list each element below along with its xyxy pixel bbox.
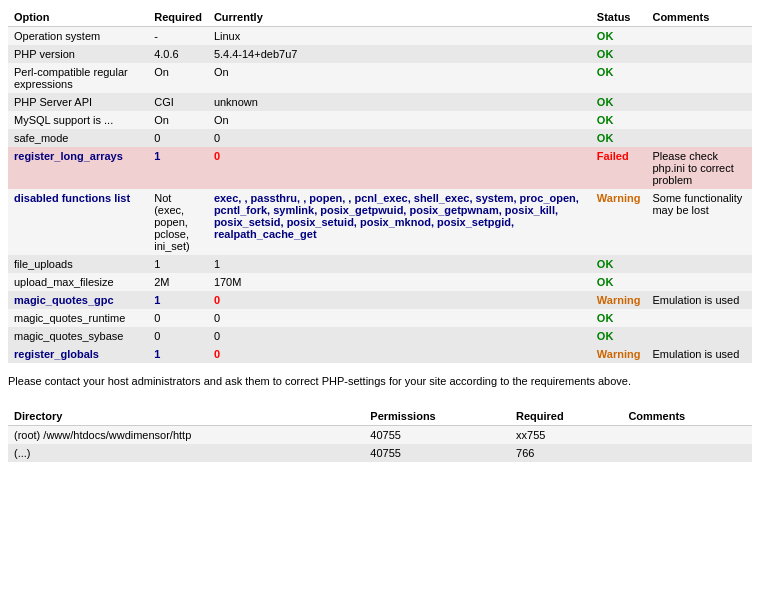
table-row: magic_quotes_gpc10WarningEmulation is us… (8, 291, 752, 309)
cell-currently: Linux (208, 27, 591, 46)
cell-required: On (148, 111, 208, 129)
cell-directory: (root) /www/htdocs/wwdimensor/http (8, 426, 364, 445)
cell-comments (646, 255, 752, 273)
cell-comments (646, 27, 752, 46)
table-row: upload_max_filesize2M170MOK (8, 273, 752, 291)
dir-col-comments: Comments (622, 407, 752, 426)
cell-dir-comments (622, 444, 752, 462)
cell-required: On (148, 63, 208, 93)
cell-option: PHP version (8, 45, 148, 63)
cell-option: file_uploads (8, 255, 148, 273)
cell-status: OK (591, 129, 647, 147)
cell-option: Perl-compatible regular expressions (8, 63, 148, 93)
cell-directory: (...) (8, 444, 364, 462)
cell-status: OK (591, 327, 647, 345)
cell-comments (646, 111, 752, 129)
cell-currently: On (208, 63, 591, 93)
cell-required: 1 (148, 345, 208, 363)
cell-required: 1 (148, 147, 208, 189)
cell-option: Operation system (8, 27, 148, 46)
cell-permissions: 40755 (364, 426, 510, 445)
cell-required: 4.0.6 (148, 45, 208, 63)
notice-text: Please contact your host administrators … (8, 375, 752, 387)
cell-comments (646, 309, 752, 327)
cell-status: Warning (591, 291, 647, 309)
cell-comments: Emulation is used (646, 291, 752, 309)
col-header-status: Status (591, 8, 647, 27)
cell-required: Not(exec,popen,pclose,ini_set) (148, 189, 208, 255)
cell-required: - (148, 27, 208, 46)
cell-option: magic_quotes_gpc (8, 291, 148, 309)
table-row: magic_quotes_sybase00OK (8, 327, 752, 345)
cell-status: OK (591, 255, 647, 273)
dir-col-required: Required (510, 407, 622, 426)
cell-dir-required: xx755 (510, 426, 622, 445)
cell-currently: 170M (208, 273, 591, 291)
cell-comments: Emulation is used (646, 345, 752, 363)
cell-dir-comments (622, 426, 752, 445)
cell-currently: 0 (208, 309, 591, 327)
table-row: MySQL support is ...OnOnOK (8, 111, 752, 129)
cell-comments: Please check php.ini to correct problem (646, 147, 752, 189)
dir-col-directory: Directory (8, 407, 364, 426)
cell-comments (646, 63, 752, 93)
cell-currently: 0 (208, 345, 591, 363)
cell-required: 2M (148, 273, 208, 291)
cell-comments (646, 45, 752, 63)
cell-permissions: 40755 (364, 444, 510, 462)
table-row: file_uploads11OK (8, 255, 752, 273)
cell-comments (646, 93, 752, 111)
cell-currently: On (208, 111, 591, 129)
cell-option: magic_quotes_sybase (8, 327, 148, 345)
cell-status: Warning (591, 345, 647, 363)
dir-table-row: (...)40755766 (8, 444, 752, 462)
cell-currently: 1 (208, 255, 591, 273)
table-row: Perl-compatible regular expressionsOnOnO… (8, 63, 752, 93)
required-text: Not(exec,popen,pclose,ini_set) (154, 192, 189, 252)
cell-required: CGI (148, 93, 208, 111)
cell-option: MySQL support is ... (8, 111, 148, 129)
table-row: PHP version4.0.65.4.4-14+deb7u7OK (8, 45, 752, 63)
cell-status: OK (591, 111, 647, 129)
cell-currently: exec, , passthru, , popen, , pcnl_exec, … (208, 189, 591, 255)
cell-currently: unknown (208, 93, 591, 111)
dir-col-permissions: Permissions (364, 407, 510, 426)
cell-comments (646, 129, 752, 147)
cell-status: OK (591, 93, 647, 111)
cell-status: Warning (591, 189, 647, 255)
table-row: Operation system-LinuxOK (8, 27, 752, 46)
cell-status: OK (591, 27, 647, 46)
cell-required: 0 (148, 129, 208, 147)
cell-status: OK (591, 63, 647, 93)
cell-comments (646, 327, 752, 345)
table-row: register_long_arrays10FailedPlease check… (8, 147, 752, 189)
cell-required: 0 (148, 309, 208, 327)
cell-option: PHP Server API (8, 93, 148, 111)
cell-status: Failed (591, 147, 647, 189)
cell-option: disabled functions list (8, 189, 148, 255)
col-header-option: Option (8, 8, 148, 27)
table-row: disabled functions listNot(exec,popen,pc… (8, 189, 752, 255)
table-row: register_globals10WarningEmulation is us… (8, 345, 752, 363)
cell-comments (646, 273, 752, 291)
cell-status: OK (591, 273, 647, 291)
cell-currently: 0 (208, 129, 591, 147)
cell-currently: 0 (208, 291, 591, 309)
cell-required: 0 (148, 327, 208, 345)
cell-status: OK (591, 45, 647, 63)
dir-table-row: (root) /www/htdocs/wwdimensor/http40755x… (8, 426, 752, 445)
directory-table: Directory Permissions Required Comments … (8, 407, 752, 462)
cell-option: register_long_arrays (8, 147, 148, 189)
requirements-table: Option Required Currently Status Comment… (8, 8, 752, 363)
col-header-currently: Currently (208, 8, 591, 27)
cell-option: magic_quotes_runtime (8, 309, 148, 327)
cell-required: 1 (148, 291, 208, 309)
cell-option: safe_mode (8, 129, 148, 147)
cell-currently: 0 (208, 327, 591, 345)
cell-comments: Some functionality may be lost (646, 189, 752, 255)
table-row: magic_quotes_runtime00OK (8, 309, 752, 327)
cell-required: 1 (148, 255, 208, 273)
table-row: PHP Server APICGIunknownOK (8, 93, 752, 111)
col-header-comments: Comments (646, 8, 752, 27)
col-header-required: Required (148, 8, 208, 27)
